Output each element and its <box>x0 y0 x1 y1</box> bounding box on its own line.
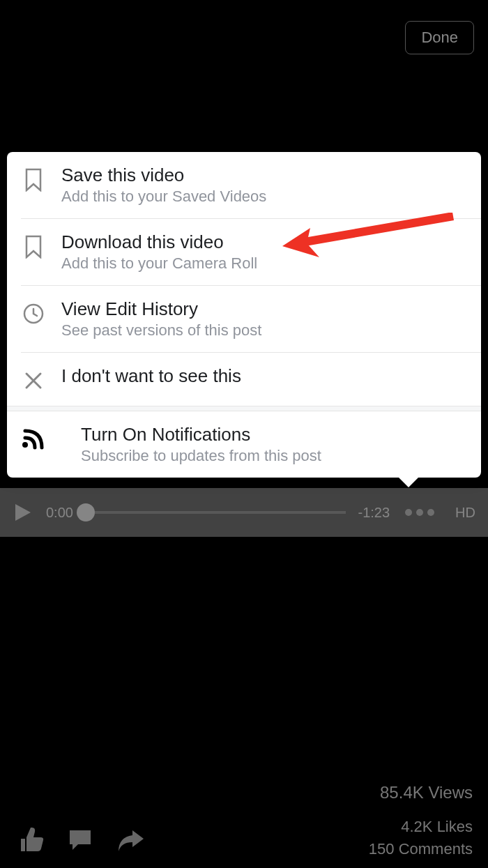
menu-item-dont-want-to-see[interactable]: I don't want to see this <box>21 352 481 406</box>
close-icon <box>21 368 46 393</box>
bookmark-icon <box>21 167 46 192</box>
share-button[interactable] <box>116 825 145 854</box>
menu-item-turn-on-notifications[interactable]: Turn On Notifications Subscribe to updat… <box>7 411 481 478</box>
likes-count[interactable]: 4.2K Likes <box>369 818 473 836</box>
menu-title: View Edit History <box>61 298 467 320</box>
menu-item-save-video[interactable]: Save this video Add this to your Saved V… <box>7 152 481 218</box>
menu-item-edit-history[interactable]: View Edit History See past versions of t… <box>21 285 481 352</box>
menu-subtitle: See past versions of this post <box>61 321 467 340</box>
like-button[interactable] <box>15 825 45 854</box>
done-button[interactable]: Done <box>405 21 474 54</box>
menu-subtitle: Add this to your Saved Videos <box>61 188 467 206</box>
menu-title: I don't want to see this <box>61 365 467 387</box>
menu-title: Turn On Notifications <box>81 424 467 446</box>
menu-subtitle: Add this to your Camera Roll <box>61 254 467 273</box>
rss-icon <box>21 427 46 452</box>
footer: 85.4K Views 4.2K Likes 150 Comments <box>0 783 488 858</box>
menu-subtitle: Subscribe to updates from this post <box>81 447 467 465</box>
options-menu: Save this video Add this to your Saved V… <box>7 152 481 478</box>
menu-item-download-video[interactable]: Download this video Add this to your Cam… <box>21 218 481 285</box>
menu-title: Save this video <box>61 165 467 186</box>
menu-title: Download this video <box>61 231 467 253</box>
menu-divider <box>7 406 481 411</box>
comments-count[interactable]: 150 Comments <box>369 840 473 858</box>
bookmark-icon <box>21 234 46 259</box>
comment-button[interactable] <box>66 825 95 854</box>
views-count: 85.4K Views <box>369 783 473 802</box>
clock-icon <box>21 301 46 326</box>
player-overlay <box>0 488 488 537</box>
